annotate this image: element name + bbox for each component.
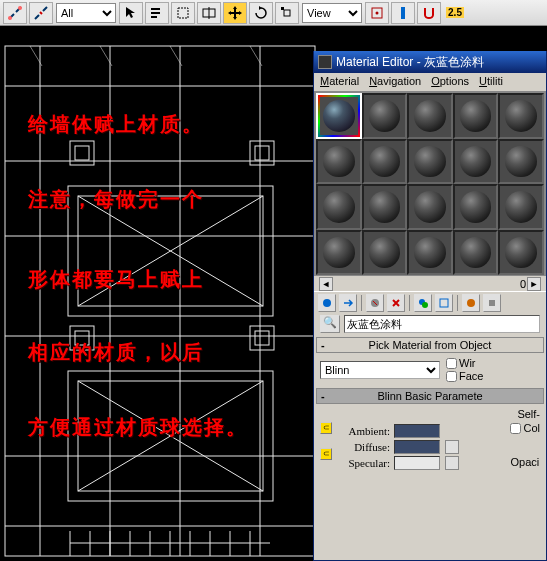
unlink-tool-button[interactable]: [29, 2, 53, 24]
material-slot-15[interactable]: [498, 184, 544, 230]
material-slot-9[interactable]: [453, 139, 499, 185]
diffuse-color-swatch[interactable]: [394, 440, 440, 454]
menu-options[interactable]: Options: [427, 73, 473, 91]
opacity-label: Opaci: [510, 456, 540, 468]
material-effects-button[interactable]: [483, 294, 501, 312]
main-toolbar: All View 2.5: [0, 0, 547, 26]
scale-tool-button[interactable]: [275, 2, 299, 24]
material-slot-13[interactable]: [407, 184, 453, 230]
diffuse-specular-lock-button[interactable]: ⊂: [320, 448, 332, 460]
blinn-params-header[interactable]: - Blinn Basic Paramete: [316, 388, 544, 404]
material-slot-17[interactable]: [362, 230, 408, 276]
rotate-tool-button[interactable]: [249, 2, 273, 24]
material-editor-titlebar[interactable]: Material Editor - 灰蓝色涂料: [314, 51, 546, 73]
snap-button[interactable]: [417, 2, 441, 24]
make-copy-button[interactable]: [414, 294, 432, 312]
material-slot-12[interactable]: [362, 184, 408, 230]
diffuse-label: Diffuse:: [340, 441, 390, 453]
self-color-checkbox[interactable]: Col: [510, 422, 540, 434]
link-tool-button[interactable]: [3, 2, 27, 24]
assign-to-selection-button[interactable]: [366, 294, 384, 312]
material-toolbar: [314, 291, 546, 313]
sphere-preview-icon: [505, 237, 537, 269]
sphere-preview-icon: [505, 191, 537, 223]
material-slot-grid: [314, 91, 546, 275]
wire-checkbox[interactable]: Wir: [446, 357, 483, 369]
sphere-preview-icon: [505, 100, 537, 132]
put-to-scene-button[interactable]: [339, 294, 357, 312]
scroll-left-button[interactable]: ◄: [319, 277, 333, 291]
blinn-params-body: Self- ⊂ ⊂ Ambient: Diffuse: Specula: [314, 404, 546, 476]
scroll-right-button[interactable]: ►: [527, 277, 541, 291]
sphere-preview-icon: [369, 237, 401, 269]
snap-value-badge[interactable]: 2.5: [443, 2, 467, 24]
make-unique-button[interactable]: [435, 294, 453, 312]
material-slot-20[interactable]: [498, 230, 544, 276]
ambient-diffuse-lock-button[interactable]: ⊂: [320, 422, 332, 434]
svg-rect-25: [75, 146, 89, 160]
sphere-preview-icon: [323, 191, 355, 223]
material-slot-19[interactable]: [453, 230, 499, 276]
pick-material-button[interactable]: - Pick Material from Object: [316, 337, 544, 353]
reset-map-button[interactable]: [387, 294, 405, 312]
pivot-button[interactable]: [365, 2, 389, 24]
annotation-line-1: 给墙体赋上材质。: [28, 111, 204, 138]
svg-rect-9: [281, 7, 284, 10]
material-editor-window: Material Editor - 灰蓝色涂料 Material Navigat…: [313, 51, 547, 561]
material-slot-7[interactable]: [362, 139, 408, 185]
move-tool-button[interactable]: [223, 2, 247, 24]
sphere-preview-icon: [460, 191, 492, 223]
svg-rect-12: [401, 7, 405, 19]
manipulate-button[interactable]: [391, 2, 415, 24]
put-to-library-button[interactable]: [462, 294, 480, 312]
material-slot-3[interactable]: [407, 93, 453, 139]
menu-material[interactable]: Material: [316, 73, 363, 91]
material-slot-14[interactable]: [453, 184, 499, 230]
selection-filter-dropdown[interactable]: All: [56, 3, 116, 23]
svg-rect-61: [489, 300, 495, 306]
self-illum-label: Self-: [517, 408, 540, 420]
svg-point-60: [467, 299, 475, 307]
annotation-line-4: 相应的材质，以后: [28, 339, 204, 366]
shader-type-dropdown[interactable]: Blinn: [320, 361, 440, 379]
sphere-preview-icon: [323, 237, 355, 269]
specular-label: Specular:: [340, 457, 390, 469]
sphere-preview-icon: [460, 146, 492, 178]
sphere-preview-icon: [323, 146, 355, 178]
svg-point-55: [323, 299, 331, 307]
material-name-field[interactable]: [344, 315, 540, 333]
window-crossing-button[interactable]: [197, 2, 221, 24]
material-slot-10[interactable]: [498, 139, 544, 185]
specular-map-button[interactable]: [445, 456, 459, 470]
rect-select-button[interactable]: [171, 2, 195, 24]
pick-from-object-button[interactable]: 🔍: [320, 315, 340, 333]
sphere-preview-icon: [323, 100, 355, 132]
menu-utilities[interactable]: Utiliti: [475, 73, 507, 91]
material-slot-2[interactable]: [362, 93, 408, 139]
slot-status-bar: ◄ 0 ►: [314, 275, 546, 291]
get-material-button[interactable]: [318, 294, 336, 312]
svg-rect-8: [284, 10, 290, 16]
diffuse-map-button[interactable]: [445, 440, 459, 454]
menu-navigation[interactable]: Navigation: [365, 73, 425, 91]
material-slot-4[interactable]: [453, 93, 499, 139]
annotation-line-5: 方便通过材质球选择。: [28, 414, 248, 441]
coord-system-dropdown[interactable]: View: [302, 3, 362, 23]
app-sphere-icon: [318, 55, 332, 69]
face-checkbox[interactable]: Face: [446, 370, 483, 382]
material-slot-16[interactable]: [316, 230, 362, 276]
material-slot-6[interactable]: [316, 139, 362, 185]
material-slot-8[interactable]: [407, 139, 453, 185]
select-by-name-button[interactable]: [145, 2, 169, 24]
ambient-color-swatch[interactable]: [394, 424, 440, 438]
ambient-label: Ambient:: [340, 425, 390, 437]
select-tool-button[interactable]: [119, 2, 143, 24]
shader-basic-params-body: Blinn Wir Face: [314, 353, 546, 386]
svg-point-58: [422, 302, 428, 308]
svg-point-1: [18, 6, 22, 10]
material-slot-1[interactable]: [316, 93, 362, 139]
material-slot-5[interactable]: [498, 93, 544, 139]
material-slot-18[interactable]: [407, 230, 453, 276]
specular-color-swatch[interactable]: [394, 456, 440, 470]
material-slot-11[interactable]: [316, 184, 362, 230]
